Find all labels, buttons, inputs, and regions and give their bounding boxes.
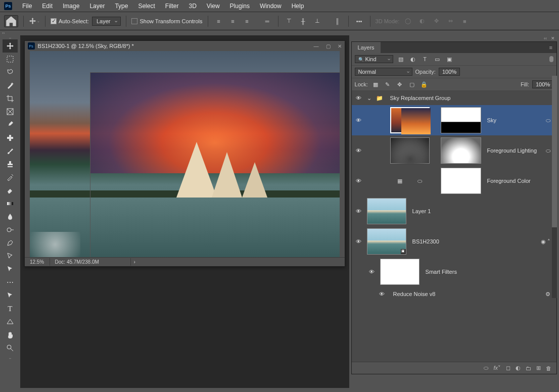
link-mask-icon[interactable]: ⬭ bbox=[417, 178, 422, 184]
layer-name[interactable]: Smart Filters bbox=[426, 269, 457, 275]
shape-tool[interactable] bbox=[3, 315, 18, 328]
filter-adjust-icon[interactable]: ◐ bbox=[408, 55, 417, 63]
gradient-tool[interactable] bbox=[3, 197, 18, 210]
layer-thumbnail[interactable]: ▣ bbox=[367, 228, 406, 255]
maximize-button[interactable]: ▢ bbox=[326, 43, 331, 49]
status-arrow[interactable]: › bbox=[131, 258, 138, 266]
show-transform-checkbox[interactable]: Show Transform Controls bbox=[131, 18, 202, 24]
history-brush-tool[interactable] bbox=[3, 171, 18, 184]
layer-name[interactable]: Foreground Color bbox=[487, 178, 531, 184]
toolbar-toggle[interactable]: ›› bbox=[0, 30, 559, 35]
lock-position-icon[interactable]: ✥ bbox=[395, 80, 404, 88]
healing-tool[interactable] bbox=[3, 131, 18, 144]
auto-select-checkbox[interactable]: ✓Auto-Select: bbox=[51, 18, 89, 24]
filter-smart-icon[interactable]: ▣ bbox=[445, 55, 454, 63]
layer-sky[interactable]: 👁 Sky ⬭ bbox=[352, 105, 556, 135]
path-select-tool[interactable] bbox=[3, 250, 18, 263]
align-left-icon[interactable]: ≡ bbox=[213, 16, 224, 27]
align-bottom-icon[interactable]: ⊥ bbox=[312, 16, 323, 27]
brush-tool[interactable] bbox=[3, 144, 18, 158]
scrollbar[interactable] bbox=[552, 76, 557, 298]
visibility-icon[interactable]: 👁 bbox=[354, 208, 364, 214]
marquee-tool[interactable] bbox=[3, 53, 18, 66]
layer-1[interactable]: 👁 Layer 1 bbox=[352, 196, 556, 226]
lasso-tool[interactable] bbox=[3, 66, 18, 79]
layer-thumbnail[interactable] bbox=[367, 198, 406, 224]
menu-edit[interactable]: Edit bbox=[37, 1, 58, 12]
add-mask-icon[interactable]: ◻ bbox=[506, 365, 510, 371]
menu-select[interactable]: Select bbox=[133, 1, 160, 12]
doc-size[interactable]: Doc: 45.7M/238.0M bbox=[50, 258, 131, 266]
wand-tool[interactable] bbox=[3, 79, 18, 92]
filter-options-icon[interactable]: ⚙ bbox=[545, 291, 550, 298]
menu-help[interactable]: Help bbox=[287, 1, 309, 12]
layer-name[interactable]: BS1H2300 bbox=[412, 238, 439, 244]
layer-group[interactable]: 👁 ⌄ 📁 Sky Replacement Group bbox=[352, 91, 556, 105]
link-layers-icon[interactable]: ⬭ bbox=[484, 365, 488, 371]
layer-mask[interactable] bbox=[441, 137, 481, 164]
direct-select-tool[interactable] bbox=[3, 263, 18, 276]
hand-tool[interactable] bbox=[3, 328, 18, 341]
layer-name[interactable]: Layer 1 bbox=[412, 208, 431, 214]
collapse-panels-icon[interactable]: ‹‹ bbox=[544, 36, 547, 41]
add-layer-icon[interactable]: ⊞ bbox=[536, 365, 541, 371]
lock-artboard-icon[interactable]: ▢ bbox=[407, 80, 416, 88]
filter-reduce-noise[interactable]: 👁 Reduce Noise v8 ⚙ bbox=[352, 287, 556, 301]
stamp-tool[interactable] bbox=[3, 158, 18, 171]
pen-tool[interactable] bbox=[3, 236, 18, 250]
canvas[interactable] bbox=[30, 51, 340, 257]
visibility-icon[interactable]: 👁 bbox=[354, 117, 364, 123]
menu-view[interactable]: View bbox=[202, 1, 225, 12]
align-right-icon[interactable]: ≡ bbox=[242, 16, 253, 27]
layer-mask[interactable] bbox=[441, 168, 481, 194]
crop-tool[interactable] bbox=[3, 92, 18, 105]
filter-type-icon[interactable]: T bbox=[421, 55, 430, 63]
layer-name[interactable]: Sky bbox=[487, 117, 496, 123]
layer-foreground-color[interactable]: 👁 ▦ ⬭ Foreground Color bbox=[352, 166, 556, 196]
panel-menu-icon[interactable]: ≡ bbox=[545, 42, 556, 53]
layer-mask[interactable] bbox=[441, 107, 481, 133]
visibility-icon[interactable]: 👁 bbox=[367, 269, 377, 275]
layer-thumbnail[interactable] bbox=[390, 137, 430, 164]
chevron-down-icon[interactable]: ⌄ bbox=[367, 95, 373, 102]
lock-image-icon[interactable]: ✎ bbox=[383, 80, 392, 88]
align-center-h-icon[interactable]: ≡ bbox=[227, 16, 239, 27]
layer-filter-kind[interactable]: Kind bbox=[355, 55, 393, 63]
layers-tab[interactable]: Layers bbox=[352, 42, 381, 53]
opacity-value[interactable]: 100% bbox=[439, 68, 460, 76]
link-icon[interactable]: ⬭ bbox=[546, 117, 550, 124]
lock-all-icon[interactable]: 🔒 bbox=[420, 80, 429, 88]
eyedropper-tool[interactable] bbox=[3, 118, 18, 131]
adjustment-icon[interactable]: ▦ bbox=[397, 178, 402, 184]
menu-file[interactable]: File bbox=[17, 1, 37, 12]
add-group-icon[interactable]: 🗀 bbox=[526, 365, 531, 371]
visibility-icon[interactable]: 👁 bbox=[354, 95, 364, 101]
filter-pixel-icon[interactable]: ▧ bbox=[396, 55, 405, 63]
filter-mask[interactable] bbox=[380, 259, 420, 285]
close-button[interactable]: ✕ bbox=[338, 43, 342, 49]
fill-value[interactable]: 100% bbox=[532, 80, 553, 88]
menu-window[interactable]: Window bbox=[255, 1, 287, 12]
link-icon[interactable]: ⬭ bbox=[546, 148, 550, 154]
visibility-icon[interactable]: 👁 bbox=[377, 291, 387, 297]
menu-image[interactable]: Image bbox=[58, 1, 84, 12]
eraser-tool[interactable] bbox=[3, 184, 18, 197]
edit-toolbar[interactable]: ⋯ bbox=[3, 276, 18, 289]
direct-select-tool-2[interactable] bbox=[3, 289, 18, 302]
minimize-button[interactable]: — bbox=[314, 43, 319, 49]
add-adjustment-icon[interactable]: ◐ bbox=[516, 365, 521, 371]
visibility-icon[interactable]: 👁 bbox=[354, 238, 364, 244]
auto-select-target[interactable]: Layer bbox=[92, 17, 121, 26]
smart-filters[interactable]: 👁 Smart Filters bbox=[352, 257, 556, 287]
type-tool[interactable]: T bbox=[3, 302, 18, 315]
filter-toggle[interactable] bbox=[549, 56, 553, 62]
close-panel-group-icon[interactable]: ✕ bbox=[551, 36, 555, 41]
filter-name[interactable]: Reduce Noise v8 bbox=[393, 291, 436, 297]
layer-name[interactable]: Foreground Lighting bbox=[487, 148, 537, 154]
more-options-icon[interactable]: ••• bbox=[354, 16, 365, 27]
visibility-icon[interactable]: 👁 bbox=[354, 178, 364, 184]
delete-layer-icon[interactable]: 🗑 bbox=[546, 365, 551, 371]
move-tool[interactable] bbox=[3, 39, 18, 53]
menu-layer[interactable]: Layer bbox=[84, 1, 110, 12]
layer-foreground-lighting[interactable]: 👁 Foreground Lighting ⬭ bbox=[352, 135, 556, 166]
